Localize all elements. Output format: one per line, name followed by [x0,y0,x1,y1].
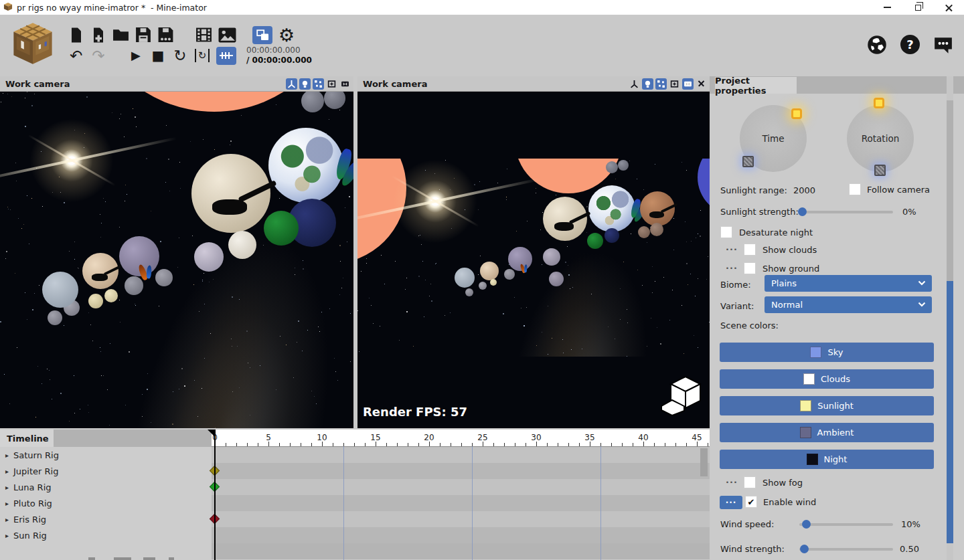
close-icon[interactable] [696,78,707,90]
timeline-ruler[interactable]: 051015202530354045 [212,430,710,447]
planet[interactable] [194,242,224,272]
planet[interactable] [479,282,487,290]
ground-options-button[interactable]: ··· [726,263,738,273]
lamp-icon[interactable] [642,78,653,90]
planet[interactable] [268,128,343,203]
desaturate-night-checkbox[interactable] [720,226,732,238]
planet[interactable] [480,262,499,280]
expand-arrow-icon[interactable]: ▸ [5,516,9,523]
planet[interactable] [588,185,635,232]
planet[interactable] [324,92,345,109]
camera-view-icon[interactable] [682,78,694,90]
undo-button[interactable]: ↶ [68,46,84,65]
planet[interactable] [104,289,118,302]
particles-icon[interactable] [655,78,667,90]
frame-icon[interactable] [669,78,680,90]
feedback-button[interactable] [933,35,953,54]
new-project-from-template-button[interactable] [90,25,106,44]
wind-strength-slider[interactable] [799,548,893,551]
frame-icon[interactable] [326,78,337,90]
scene-color-night-button[interactable]: Night [720,450,934,469]
save-project-as-button[interactable] [157,25,174,44]
planet[interactable] [618,160,629,171]
planet[interactable] [650,223,663,236]
viewport-canvas[interactable] [0,92,353,428]
background-circle[interactable] [698,159,710,215]
timeline-lane[interactable] [212,543,710,559]
help-button[interactable]: ? [900,35,920,54]
axis-icon[interactable] [286,78,297,90]
wind-strength-knob[interactable] [800,545,809,553]
fog-options-button[interactable]: ··· [726,477,738,487]
planet[interactable] [490,279,497,286]
expand-arrow-icon[interactable]: ▸ [5,468,9,475]
show-fog-checkbox[interactable] [744,476,756,488]
workspace-layout-button[interactable] [252,26,272,44]
language-button[interactable] [867,35,887,54]
viewport-header[interactable]: Work camera [0,76,353,92]
scene-color-sunlight-button[interactable]: Sunlight [720,396,934,415]
timeline-lane[interactable] [212,463,710,479]
playhead[interactable] [214,430,216,560]
stop-button[interactable]: ■ [150,46,166,65]
timeline-track-jupiter-rig[interactable]: ▸Jupiter Rig [0,463,212,479]
timeline-lane[interactable] [212,447,710,463]
close-button[interactable] [933,0,964,15]
planet[interactable] [605,228,619,243]
export-movie-button[interactable] [195,25,212,44]
tab-timeline[interactable]: Timeline [0,430,54,447]
moon-icon[interactable] [742,156,754,167]
timeline-track-eris-rig[interactable]: ▸Eris Rig [0,511,212,527]
planet[interactable] [264,211,299,246]
planet[interactable] [543,197,587,241]
expand-arrow-icon[interactable]: ▸ [5,484,9,491]
planet[interactable] [88,294,103,308]
restore-button[interactable] [902,0,933,15]
redo-button[interactable]: ↷ [90,46,106,65]
loop-region-button[interactable]: ↻ [194,46,210,65]
planet[interactable] [455,268,475,288]
sunlight-range-value[interactable]: 2000 [793,185,815,195]
loop-playback-button[interactable]: ↻ [172,46,188,65]
planet[interactable] [543,248,560,266]
show-clouds-checkbox[interactable] [744,244,756,256]
sunlight-strength-slider[interactable] [799,211,893,213]
axis-icon[interactable] [629,78,640,90]
sunlight-strength-knob[interactable] [798,207,807,216]
viewport-header[interactable]: Work camera [357,76,710,92]
timeline-lane[interactable] [212,479,710,495]
follow-camera-checkbox[interactable] [849,183,861,195]
rotation-dial[interactable]: Rotation [847,105,914,172]
save-project-button[interactable] [135,25,151,44]
planet[interactable] [606,161,618,173]
export-image-button[interactable] [218,25,236,44]
timeline-track-luna-rig[interactable]: ▸Luna Rig [0,479,212,495]
background-circle[interactable] [357,159,406,264]
expand-arrow-icon[interactable]: ▸ [5,500,9,507]
tab-project-properties[interactable]: Project properties [715,77,797,94]
planet[interactable] [638,226,650,238]
timeline-track-pluto-rig[interactable]: ▸Pluto Rig [0,495,212,511]
play-button[interactable]: ▶ [128,46,144,65]
moon-icon[interactable] [874,165,886,176]
timeline-track-sun-rig[interactable]: ▸Sun Rig [0,527,212,543]
timeline-lane[interactable] [212,511,710,527]
open-project-button[interactable] [112,25,129,44]
planet[interactable] [155,269,173,286]
planet[interactable] [587,233,603,249]
planet[interactable] [640,191,675,226]
sun-icon[interactable] [791,108,802,119]
properties-scrollbar-segment[interactable] [947,100,953,281]
expand-arrow-icon[interactable]: ▸ [5,532,9,539]
scene-color-ambient-button[interactable]: Ambient [720,423,934,442]
tween-mode-button[interactable] [216,47,236,65]
new-project-button[interactable] [68,25,84,44]
scene-color-clouds-button[interactable]: Clouds [720,369,934,389]
planet[interactable] [508,247,532,271]
variant-dropdown[interactable]: Normal [765,296,932,313]
sun-icon[interactable] [874,98,884,108]
planet[interactable] [549,272,564,286]
timeline-track-saturn-rig[interactable]: ▸Saturn Rig [0,447,212,463]
show-ground-checkbox[interactable] [744,262,756,274]
planet[interactable] [119,236,159,276]
